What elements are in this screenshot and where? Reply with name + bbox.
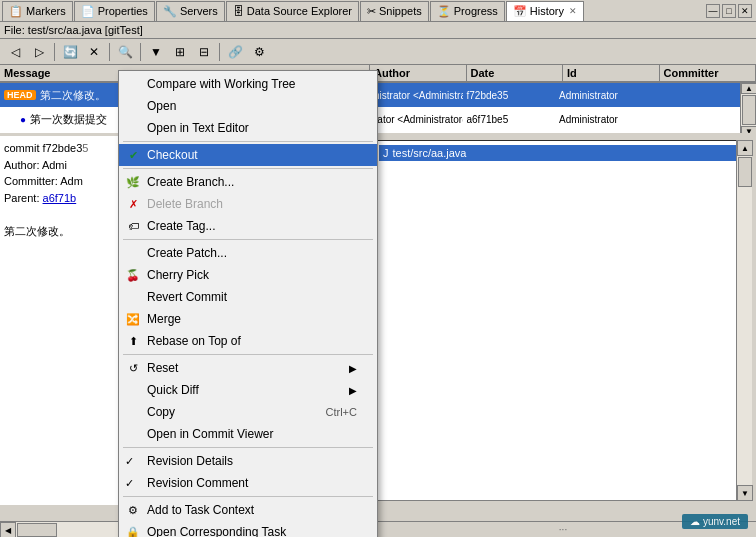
link-button[interactable]: 🔗 bbox=[224, 41, 246, 63]
file-list: J test/src/aa.java bbox=[374, 140, 752, 501]
tab-markers[interactable]: 📋 Markers bbox=[2, 1, 73, 21]
menu-item-label: Rebase on Top of bbox=[147, 334, 241, 348]
menu-create-tag[interactable]: 🏷 Create Tag... bbox=[119, 215, 377, 237]
window-controls: — □ ✕ bbox=[706, 4, 752, 18]
col-id[interactable]: Id bbox=[563, 65, 660, 81]
history-table-header: Message Author Date Id Committer bbox=[0, 65, 756, 83]
tab-history-label: History bbox=[530, 5, 564, 17]
menu-reset[interactable]: ↺ Reset ▶ bbox=[119, 357, 377, 379]
parent-link[interactable]: a6f71b bbox=[43, 192, 77, 204]
nav-back-button[interactable]: ◁ bbox=[4, 41, 26, 63]
close-window-button[interactable]: ✕ bbox=[738, 4, 752, 18]
menu-create-branch[interactable]: 🌿 Create Branch... bbox=[119, 171, 377, 193]
menu-compare-working[interactable]: Compare with Working Tree bbox=[119, 73, 377, 95]
watermark-icon: ☁ bbox=[690, 516, 700, 527]
menu-item-label: Compare with Working Tree bbox=[147, 77, 296, 91]
toolbar-separator-4 bbox=[219, 43, 220, 61]
nav-forward-button[interactable]: ▷ bbox=[28, 41, 50, 63]
menu-cherry-pick[interactable]: 🍒 Cherry Pick bbox=[119, 264, 377, 286]
menu-delete-branch: ✗ Delete Branch bbox=[119, 193, 377, 215]
menu-item-label: Reset bbox=[147, 361, 178, 375]
collapse-button[interactable]: ⊟ bbox=[193, 41, 215, 63]
watermark-text: yunv.net bbox=[703, 516, 740, 527]
row2-date: a6f71be5 bbox=[463, 112, 556, 127]
properties-icon: 📄 bbox=[81, 5, 95, 18]
file-item-1[interactable]: J test/src/aa.java bbox=[379, 145, 747, 161]
tab-datasource[interactable]: 🗄 Data Source Explorer bbox=[226, 1, 359, 21]
tab-history[interactable]: 📅 History ✕ bbox=[506, 1, 584, 21]
history-rows-container: HEAD 第二次修改。 nistrator <Administrator@61 … bbox=[0, 83, 756, 133]
datasource-icon: 🗄 bbox=[233, 5, 244, 17]
row1-message: 第二次修改。 bbox=[40, 88, 106, 103]
menu-separator-3 bbox=[123, 239, 373, 240]
col-committer[interactable]: Committer bbox=[660, 65, 757, 81]
menu-merge[interactable]: 🔀 Merge bbox=[119, 308, 377, 330]
watermark: ☁ yunv.net bbox=[682, 514, 748, 529]
copy-shortcut: Ctrl+C bbox=[326, 406, 357, 418]
refresh-button[interactable]: 🔄 bbox=[59, 41, 81, 63]
menu-item-label: Create Tag... bbox=[147, 219, 215, 233]
history-scrollbar-v[interactable]: ▲ ▼ bbox=[740, 83, 756, 133]
col-author[interactable]: Author bbox=[370, 65, 467, 81]
tab-snippets[interactable]: ✂ Snippets bbox=[360, 1, 429, 21]
menu-item-label: Create Patch... bbox=[147, 246, 227, 260]
file-scroll-up[interactable]: ▲ bbox=[737, 140, 753, 156]
close-icon[interactable]: ✕ bbox=[569, 6, 577, 16]
maximize-button[interactable]: □ bbox=[722, 4, 736, 18]
tab-snippets-label: Snippets bbox=[379, 5, 422, 17]
cherry-pick-icon: 🍒 bbox=[125, 267, 141, 283]
tab-progress[interactable]: ⏳ Progress bbox=[430, 1, 505, 21]
menu-open[interactable]: Open bbox=[119, 95, 377, 117]
minimize-button[interactable]: — bbox=[706, 4, 720, 18]
menu-revision-details[interactable]: ✓ Revision Details bbox=[119, 450, 377, 472]
add-task-icon: ⚙ bbox=[125, 502, 141, 518]
file-path-bar: File: test/src/aa.java [gitTest] bbox=[0, 22, 756, 39]
quick-diff-arrow: ▶ bbox=[349, 385, 357, 396]
row1-date: f72bde35 bbox=[463, 88, 556, 103]
menu-item-label: Revert Commit bbox=[147, 290, 227, 304]
menu-open-commit-viewer[interactable]: Open in Commit Viewer bbox=[119, 423, 377, 445]
menu-open-corresponding-task[interactable]: 🔒 Open Corresponding Task bbox=[119, 521, 377, 537]
delete-branch-icon: ✗ bbox=[125, 196, 141, 212]
merge-icon: 🔀 bbox=[125, 311, 141, 327]
menu-add-task-context[interactable]: ⚙ Add to Task Context bbox=[119, 499, 377, 521]
menu-quick-diff[interactable]: Quick Diff ▶ bbox=[119, 379, 377, 401]
head-badge: HEAD bbox=[4, 90, 36, 100]
menu-copy[interactable]: Copy Ctrl+C bbox=[119, 401, 377, 423]
menu-separator-5 bbox=[123, 447, 373, 448]
settings-button[interactable]: ⚙ bbox=[248, 41, 270, 63]
search-button[interactable]: 🔍 bbox=[114, 41, 136, 63]
revision-comment-check: ✓ bbox=[125, 477, 134, 490]
file-scrollbar-v[interactable]: ▲ ▼ bbox=[736, 140, 752, 501]
scroll-down-button[interactable]: ▼ bbox=[741, 126, 756, 133]
java-file-icon: J bbox=[383, 147, 389, 159]
scroll-up-button[interactable]: ▲ bbox=[741, 83, 756, 94]
tab-servers[interactable]: 🔧 Servers bbox=[156, 1, 225, 21]
menu-separator-4 bbox=[123, 354, 373, 355]
tab-properties[interactable]: 📄 Properties bbox=[74, 1, 155, 21]
expand-button[interactable]: ⊞ bbox=[169, 41, 191, 63]
menu-item-label: Open bbox=[147, 99, 176, 113]
tab-properties-label: Properties bbox=[98, 5, 148, 17]
menu-rebase[interactable]: ⬆ Rebase on Top of bbox=[119, 330, 377, 352]
filter-button[interactable]: ▼ bbox=[145, 41, 167, 63]
col-date[interactable]: Date bbox=[467, 65, 564, 81]
h-scroll-left[interactable]: ◀ bbox=[0, 522, 16, 537]
row1-committer bbox=[648, 93, 741, 97]
menu-item-label: Cherry Pick bbox=[147, 268, 209, 282]
stop-button[interactable]: ✕ bbox=[83, 41, 105, 63]
reset-arrow: ▶ bbox=[349, 363, 357, 374]
row2-id: Administrator bbox=[555, 112, 648, 127]
revision-details-check: ✓ bbox=[125, 455, 134, 468]
menu-item-label: Checkout bbox=[147, 148, 198, 162]
menu-create-patch[interactable]: Create Patch... bbox=[119, 242, 377, 264]
menu-revision-comment[interactable]: ✓ Revision Comment bbox=[119, 472, 377, 494]
menu-item-label: Copy bbox=[147, 405, 175, 419]
snippets-icon: ✂ bbox=[367, 5, 376, 18]
menu-checkout[interactable]: ✔ Checkout bbox=[119, 144, 377, 166]
tab-bar: 📋 Markers 📄 Properties 🔧 Servers 🗄 Data … bbox=[0, 0, 756, 22]
row2-committer bbox=[648, 117, 741, 121]
menu-revert-commit[interactable]: Revert Commit bbox=[119, 286, 377, 308]
menu-open-text-editor[interactable]: Open in Text Editor bbox=[119, 117, 377, 139]
file-scroll-down[interactable]: ▼ bbox=[737, 485, 753, 501]
